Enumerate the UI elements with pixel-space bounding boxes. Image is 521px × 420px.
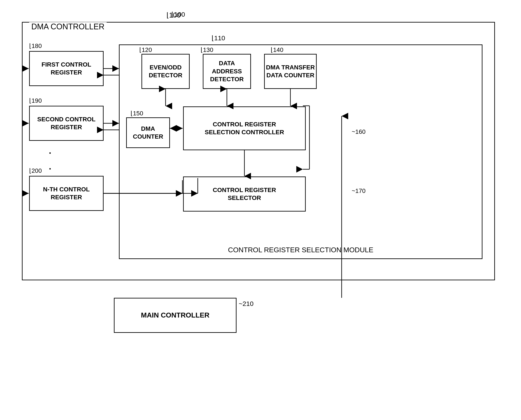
diagram-container: DMA CONTROLLER ⌊100 ⌊110 CONTROL REGISTE… [13, 9, 508, 407]
dma-controller-label: DMA CONTROLLER [29, 22, 107, 31]
ref-210: ~210 [239, 300, 254, 308]
crsm-arrows-svg [120, 45, 482, 258]
nth-control-register-block: N-TH CONTROL REGISTER [29, 176, 104, 211]
second-control-register-block: SECOND CONTROL REGISTER [29, 106, 104, 141]
ref-100-label: ⌊100 [166, 11, 181, 19]
second-control-register-label: SECOND CONTROL REGISTER [37, 115, 96, 131]
first-control-register-label: FIRST CONTROL REGISTER [41, 61, 91, 77]
main-controller-block: MAIN CONTROLLER [114, 298, 236, 333]
dma-controller-box: DMA CONTROLLER ⌊100 ⌊110 CONTROL REGISTE… [22, 22, 495, 280]
nth-control-register-label: N-TH CONTROL REGISTER [43, 186, 90, 202]
crsm-box: ⌊110 CONTROL REGISTER SELECTION MODULE E… [119, 45, 483, 259]
main-controller-label: MAIN CONTROLLER [141, 311, 210, 320]
ref-190: ⌊190 [29, 97, 42, 104]
ref-200: ⌊200 [29, 167, 42, 174]
ref-180: ⌊180 [29, 42, 42, 50]
ref-110: ⌊110 [211, 34, 225, 42]
first-control-register-block: FIRST CONTROL REGISTER [29, 51, 104, 86]
